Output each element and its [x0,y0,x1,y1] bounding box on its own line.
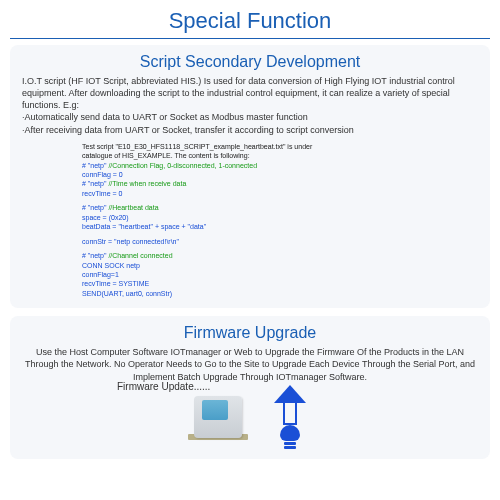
script-dev-title: Script Secondary Development [22,53,478,71]
firmware-visual: Firmware Update...... [22,385,478,449]
device-icon [188,392,248,442]
upgrade-arrow-icon [268,385,312,449]
script-dev-intro: I.O.T script (HF IOT Script, abbreviated… [22,75,478,111]
firmware-body: Use the Host Computer Software IOTmanage… [22,346,478,382]
code-line: space = (0x20) [82,213,468,222]
code-line: # "netp" //Time when receive data [82,179,468,188]
script-dev-card: Script Secondary Development I.O.T scrip… [10,45,490,308]
code-example: Test script "E10_E30_HFS1118_SCRIPT_exam… [82,142,468,299]
code-line: connStr = "netp connected!\r\n" [82,237,468,246]
code-line: recvTime = 0 [82,189,468,198]
page-container: Special Function Script Secondary Develo… [10,0,490,475]
firmware-title: Firmware Upgrade [22,324,478,342]
code-line: CONN SOCK netp [82,261,468,270]
firmware-card: Firmware Upgrade Use the Host Computer S… [10,316,490,458]
script-dev-bullet-1: ·Automatically send data to UART or Sock… [22,111,478,123]
code-line: beatData = "heartbeat" + space + "data" [82,222,468,231]
code-line: catalogue of HIS_EXAMPLE. The content is… [82,151,468,160]
code-line: connFlag = 0 [82,170,468,179]
code-line: recvTime = SYSTIME [82,279,468,288]
code-line: # "netp" //Connection Flag, 0-disconnect… [82,161,468,170]
code-line: Test script "E10_E30_HFS1118_SCRIPT_exam… [82,142,468,151]
code-line: # "netp" //Channel connected [82,251,468,260]
code-line: connFlag=1 [82,270,468,279]
code-line: SEND(UART, uart0, connStr) [82,289,468,298]
bulb-icon [280,425,300,449]
main-title: Special Function [10,8,490,39]
code-line: # "netp" //Heartbeat data [82,203,468,212]
script-dev-bullet-2: ·After receiving data from UART or Socke… [22,124,478,136]
firmware-update-label: Firmware Update...... [117,381,210,392]
